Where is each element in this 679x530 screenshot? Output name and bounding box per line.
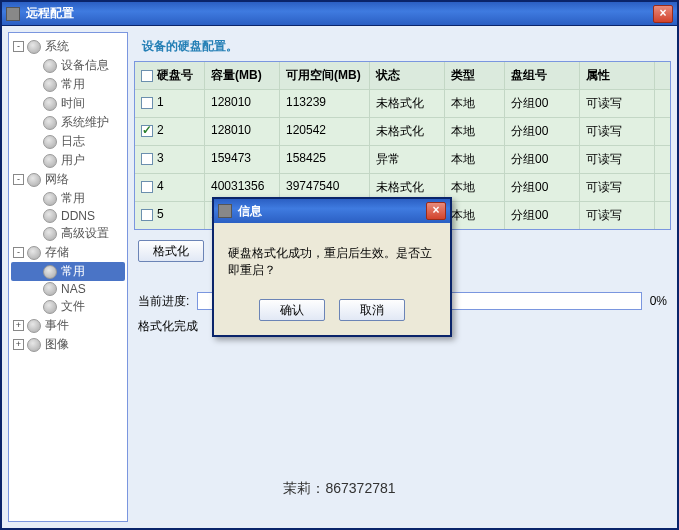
cell-status: 异常 [370, 146, 445, 173]
cell-disk-no: 1 [157, 95, 164, 109]
tree-node-label: 图像 [45, 336, 69, 353]
cell-attr: 可读写 [580, 90, 655, 117]
cell-attr: 可读写 [580, 146, 655, 173]
cell-group: 分组00 [505, 118, 580, 145]
cell-status: 未格式化 [370, 90, 445, 117]
col-attr: 属性 [580, 62, 655, 89]
ok-button[interactable]: 确认 [259, 299, 325, 321]
item-icon [43, 78, 57, 92]
tree-node[interactable]: 文件 [11, 297, 125, 316]
folder-icon [27, 246, 41, 260]
row-checkbox[interactable] [141, 97, 153, 109]
tree-node-label: 存储 [45, 244, 69, 261]
tree-node[interactable]: -系统 [11, 37, 125, 56]
dialog-close-icon[interactable]: × [426, 202, 446, 220]
cell-group: 分组00 [505, 90, 580, 117]
tree-node[interactable]: -网络 [11, 170, 125, 189]
tree-node[interactable]: 常用 [11, 189, 125, 208]
cell-disk-no: 5 [157, 207, 164, 221]
tree-node[interactable]: -存储 [11, 243, 125, 262]
item-icon [43, 265, 57, 279]
tree-node-label: 高级设置 [61, 225, 109, 242]
tree-node-label: 时间 [61, 95, 85, 112]
format-button[interactable]: 格式化 [138, 240, 204, 262]
progress-label: 当前进度: [138, 293, 189, 310]
dialog-message: 硬盘格式化成功，重启后生效。是否立即重启？ [228, 245, 436, 279]
window-title: 远程配置 [26, 5, 653, 22]
cell-free: 158425 [280, 146, 370, 173]
section-title: 设备的硬盘配置。 [134, 32, 671, 61]
cell-attr: 可读写 [580, 202, 655, 229]
tree-node[interactable]: 常用 [11, 75, 125, 94]
tree-node[interactable]: 常用 [11, 262, 125, 281]
collapse-icon[interactable]: - [13, 247, 24, 258]
item-icon [43, 116, 57, 130]
col-type: 类型 [445, 62, 505, 89]
table-row[interactable]: 2128010120542未格式化本地分组00可读写 [135, 117, 670, 145]
tree-node[interactable]: NAS [11, 281, 125, 297]
tree-node[interactable]: 用户 [11, 151, 125, 170]
cancel-button[interactable]: 取消 [339, 299, 405, 321]
item-icon [43, 154, 57, 168]
tree-node[interactable]: +图像 [11, 335, 125, 354]
folder-icon [27, 40, 41, 54]
row-checkbox[interactable] [141, 181, 153, 193]
table-row[interactable]: 3159473158425异常本地分组00可读写 [135, 145, 670, 173]
item-icon [43, 59, 57, 73]
item-icon [43, 192, 57, 206]
tree-node[interactable]: 高级设置 [11, 224, 125, 243]
cell-type: 本地 [445, 146, 505, 173]
item-icon [43, 227, 57, 241]
cell-group: 分组00 [505, 146, 580, 173]
dialog-title: 信息 [238, 203, 426, 220]
cell-capacity: 128010 [205, 90, 280, 117]
footer-text: 茉莉：867372781 [283, 480, 395, 498]
cell-type: 本地 [445, 174, 505, 201]
tree-node-label: 常用 [61, 76, 85, 93]
folder-icon [27, 338, 41, 352]
header-checkbox[interactable] [141, 70, 153, 82]
tree-node[interactable]: 系统维护 [11, 113, 125, 132]
progress-percent: 0% [650, 294, 667, 308]
tree-node-label: 事件 [45, 317, 69, 334]
row-checkbox[interactable] [141, 153, 153, 165]
tree-node-label: 用户 [61, 152, 85, 169]
cell-disk-no: 2 [157, 123, 164, 137]
tree-node[interactable]: 日志 [11, 132, 125, 151]
tree-node-label: 系统维护 [61, 114, 109, 131]
tree-node[interactable]: +事件 [11, 316, 125, 335]
cell-attr: 可读写 [580, 118, 655, 145]
dialog-body: 硬盘格式化成功，重启后生效。是否立即重启？ [214, 223, 450, 289]
row-checkbox[interactable] [141, 125, 153, 137]
cell-status: 未格式化 [370, 118, 445, 145]
nav-tree: -系统设备信息常用时间系统维护日志用户-网络常用DDNS高级设置-存储常用NAS… [8, 32, 128, 522]
titlebar: 远程配置 × [2, 2, 677, 26]
cell-capacity: 159473 [205, 146, 280, 173]
remote-config-window: 远程配置 × -系统设备信息常用时间系统维护日志用户-网络常用DDNS高级设置-… [0, 0, 679, 530]
col-free: 可用空间(MB) [280, 62, 370, 89]
collapse-icon[interactable]: - [13, 174, 24, 185]
dialog-buttons: 确认 取消 [214, 289, 450, 335]
cell-type: 本地 [445, 118, 505, 145]
collapse-icon[interactable]: - [13, 41, 24, 52]
expand-icon[interactable]: + [13, 339, 24, 350]
expand-icon[interactable]: + [13, 320, 24, 331]
close-icon[interactable]: × [653, 5, 673, 23]
tree-node-label: 常用 [61, 263, 85, 280]
col-disk-no: 硬盘号 [135, 62, 205, 89]
tree-node[interactable]: 时间 [11, 94, 125, 113]
col-capacity: 容量(MB) [205, 62, 280, 89]
item-icon [43, 135, 57, 149]
row-checkbox[interactable] [141, 209, 153, 221]
cell-attr: 可读写 [580, 174, 655, 201]
table-header: 硬盘号 容量(MB) 可用空间(MB) 状态 类型 盘组号 属性 [135, 62, 670, 89]
table-row[interactable]: 1128010113239未格式化本地分组00可读写 [135, 89, 670, 117]
tree-node-label: 系统 [45, 38, 69, 55]
tree-node[interactable]: 设备信息 [11, 56, 125, 75]
tree-node-label: NAS [61, 282, 86, 296]
cell-type: 本地 [445, 90, 505, 117]
item-icon [43, 300, 57, 314]
item-icon [43, 282, 57, 296]
tree-node[interactable]: DDNS [11, 208, 125, 224]
dialog-icon [218, 204, 232, 218]
